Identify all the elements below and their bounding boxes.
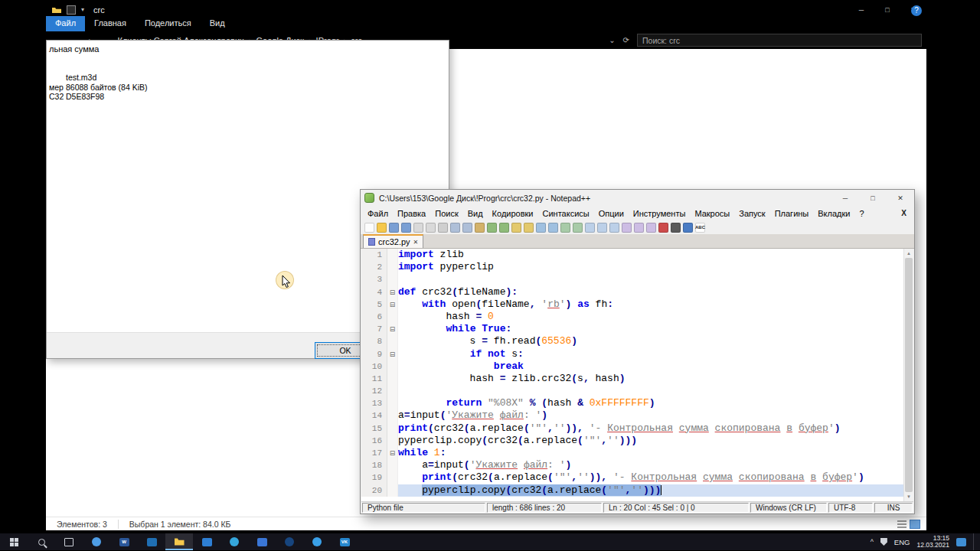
fold-marker-icon[interactable]: ⊟ [387, 323, 398, 335]
copy-icon[interactable] [462, 223, 472, 233]
taskbar-clock[interactable]: 13:15 12.03.2021 [916, 535, 949, 549]
close-all-icon[interactable] [426, 223, 436, 233]
menubar-close-icon[interactable]: X [901, 209, 914, 217]
browser-button[interactable] [83, 533, 110, 550]
menu-item-3[interactable]: Поиск [430, 209, 462, 218]
zoom-out-icon[interactable] [548, 223, 558, 233]
open-folder-icon[interactable] [377, 223, 387, 233]
code-line[interactable]: 3 [361, 273, 903, 285]
details-view-icon[interactable] [897, 520, 906, 528]
fold-marker-icon[interactable]: ⊟ [387, 348, 398, 360]
code-line[interactable]: 15print(crc32(a.replace('"','')), '- Кон… [361, 422, 903, 435]
language-indicator[interactable]: ENG [894, 538, 910, 546]
horizontal-sync-icon[interactable] [573, 223, 583, 233]
start-button[interactable] [0, 533, 28, 550]
document-switcher-icon[interactable] [646, 223, 656, 233]
zoom-in-icon[interactable] [536, 223, 546, 233]
editor-scrollbar[interactable]: ▲ ▼ [903, 249, 913, 501]
new-file-icon[interactable] [364, 223, 374, 233]
save-all-icon[interactable] [401, 223, 411, 233]
code-line[interactable]: 9⊟ if not s: [361, 348, 903, 360]
app-icon-9-button[interactable] [303, 533, 331, 550]
code-line[interactable]: 10 break [361, 360, 903, 373]
code-line[interactable]: 1import zlib [361, 249, 903, 261]
code-line[interactable]: 8 s = fh.read(65536) [361, 335, 903, 347]
code-line[interactable]: 2import pyperclip [361, 261, 903, 273]
code-line[interactable]: 4⊟def crc32(fileName): [361, 286, 903, 298]
code-line[interactable]: 13 return "%08X" % (hash & 0xFFFFFFFF) [361, 397, 903, 409]
menu-item-8[interactable]: Инструменты [629, 209, 691, 218]
save-icon[interactable] [389, 223, 399, 233]
task-view-button[interactable] [55, 533, 83, 550]
close-file-icon[interactable] [413, 223, 423, 233]
indent-guide-icon[interactable] [609, 223, 619, 233]
explorer-maximize-icon[interactable]: □ [874, 3, 900, 16]
action-center-icon[interactable] [956, 538, 966, 546]
menu-item-10[interactable]: Запуск [734, 209, 769, 218]
code-line[interactable]: 11 hash = zlib.crc32(s, hash) [361, 373, 903, 385]
explorer-titlebar[interactable]: ▾ crc ─ □ ✕ [46, 3, 926, 16]
code-line[interactable]: 5⊟ with open(fileName, 'rb') as fh: [361, 298, 903, 311]
vk-button[interactable]: VK [331, 533, 358, 550]
taskbar-search-button[interactable] [28, 533, 55, 550]
explorer-button[interactable] [165, 533, 193, 550]
code-line[interactable]: 16pyperclip.copy(crc32(a.replace('"','')… [361, 435, 903, 447]
address-dropdown-icon[interactable]: ⌄ [609, 36, 615, 44]
menu-item-6[interactable]: Синтаксисы [538, 209, 594, 218]
qat-customize-chevron-icon[interactable]: ▾ [81, 6, 84, 13]
steam-button[interactable] [276, 533, 303, 550]
code-line[interactable]: 19 print(crc32(a.replace('"','')), '- Ко… [361, 471, 903, 484]
mail-button[interactable] [138, 533, 165, 550]
photos-button[interactable] [193, 533, 220, 550]
scroll-up-icon[interactable]: ▲ [904, 249, 913, 258]
editor-area[interactable]: 1import zlib2import pyperclip34⊟def crc3… [361, 249, 913, 501]
menu-item-9[interactable]: Макросы [690, 209, 734, 218]
security-shield-icon[interactable] [880, 538, 887, 546]
code-line[interactable]: 17⊟while 1: [361, 447, 903, 459]
replace-icon[interactable] [524, 223, 534, 233]
telegram-button[interactable] [220, 533, 248, 550]
show-desktop-button[interactable] [973, 533, 977, 550]
menu-item-11[interactable]: Плагины [770, 209, 814, 218]
menu-item-5[interactable]: Кодировки [488, 209, 538, 218]
fold-marker-icon[interactable]: ⊟ [387, 298, 398, 311]
scrollbar-thumb[interactable] [905, 258, 913, 492]
app-icon-7-button[interactable] [248, 533, 276, 550]
play-macro-icon[interactable] [683, 223, 693, 233]
function-list-icon[interactable] [622, 223, 632, 233]
fold-marker-icon[interactable]: ⊟ [387, 447, 398, 459]
qat-properties-icon[interactable] [67, 5, 76, 15]
search-input[interactable] [637, 34, 922, 47]
find-icon[interactable] [511, 223, 521, 233]
redo-icon[interactable] [499, 223, 509, 233]
menu-item-7[interactable]: Опции [594, 209, 629, 218]
notepad-close-icon[interactable]: ✕ [887, 190, 914, 206]
code-line[interactable]: 14a=input('Укажите файл: ') [361, 409, 903, 422]
ribbon-tab-2[interactable]: Главная [85, 16, 136, 31]
vertical-sync-icon[interactable] [560, 223, 570, 233]
stop-macro-icon[interactable] [671, 223, 681, 233]
record-macro-icon[interactable] [658, 223, 668, 233]
menu-item-2[interactable]: Правка [393, 209, 430, 218]
menu-item-13[interactable]: ? [854, 209, 868, 218]
explorer-minimize-icon[interactable]: ─ [848, 3, 874, 16]
undo-icon[interactable] [487, 223, 497, 233]
spell-check-icon[interactable]: ABC [695, 223, 705, 233]
notepad-minimize-icon[interactable]: ─ [831, 190, 859, 206]
word-button[interactable]: W [110, 533, 138, 550]
checksum-dialog-titlebar[interactable]: льная сумма [47, 41, 449, 57]
help-icon[interactable]: ? [911, 5, 922, 16]
paste-icon[interactable] [475, 223, 485, 233]
cut-icon[interactable] [450, 223, 460, 233]
ribbon-tab-4[interactable]: Вид [201, 16, 234, 31]
scroll-down-icon[interactable]: ▼ [904, 492, 913, 501]
menu-item-12[interactable]: Вкладки [813, 209, 854, 218]
menu-item-4[interactable]: Вид [463, 209, 488, 218]
hidden-icons-chevron-icon[interactable]: ^ [871, 538, 874, 546]
notepad-maximize-icon[interactable]: □ [859, 190, 887, 206]
thumbnails-view-icon[interactable] [910, 520, 920, 529]
show-all-characters-icon[interactable] [597, 223, 607, 233]
code-line[interactable]: 7⊟ while True: [361, 323, 903, 335]
print-icon[interactable] [438, 223, 448, 233]
code-line[interactable]: 18 a=input('Укажите файл: ') [361, 459, 903, 471]
